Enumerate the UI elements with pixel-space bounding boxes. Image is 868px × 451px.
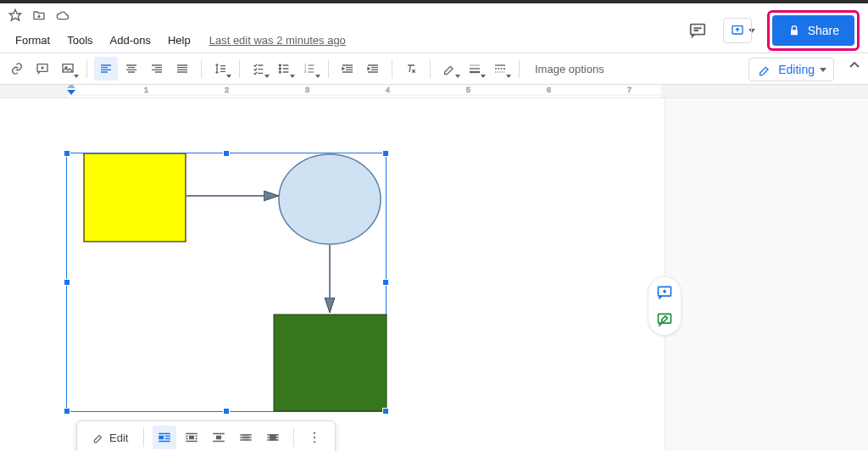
toolbar-separator [293, 428, 294, 447]
toolbar-separator [430, 59, 431, 78]
edit-label: Edit [109, 432, 128, 444]
resize-handle-br[interactable] [382, 408, 389, 415]
yellow-rect [84, 153, 186, 242]
align-justify-button[interactable] [170, 57, 194, 81]
align-left-button[interactable] [94, 57, 118, 81]
svg-text:4: 4 [386, 86, 390, 94]
last-edit-link[interactable]: Last edit was 2 minutes ago [209, 34, 346, 47]
svg-rect-3 [791, 30, 798, 35]
svg-text:3: 3 [305, 86, 309, 94]
increase-indent-button[interactable] [361, 57, 385, 81]
border-weight-button[interactable] [463, 57, 487, 81]
break-text-layout-button[interactable] [207, 426, 231, 449]
svg-rect-21 [0, 85, 68, 98]
comments-history-icon[interactable] [682, 15, 713, 46]
top-right-actions: Share [682, 10, 860, 51]
image-floating-toolbar: Edit [76, 420, 336, 451]
toolbar-separator [201, 59, 202, 78]
menu-format[interactable]: Format [7, 31, 58, 50]
checklist-button[interactable] [247, 57, 270, 81]
star-icon[interactable] [8, 8, 22, 22]
editing-label: Editing [778, 63, 815, 76]
pencil-icon [758, 63, 771, 76]
horizontal-ruler[interactable]: 1234567 [0, 85, 868, 98]
editing-mode-button[interactable]: Editing [748, 58, 834, 81]
move-to-folder-icon[interactable] [32, 8, 46, 22]
collapse-toolbar-icon[interactable] [849, 62, 860, 69]
resize-handle-mr[interactable] [382, 279, 389, 286]
resize-handle-tm[interactable] [223, 150, 230, 157]
toolbar-separator [519, 59, 520, 78]
svg-point-8 [279, 68, 281, 70]
behind-text-layout-button[interactable] [234, 426, 258, 449]
right-margin-area [665, 98, 868, 451]
svg-marker-23 [67, 85, 75, 88]
add-comment-icon[interactable] [656, 284, 673, 301]
insert-image-button[interactable] [56, 57, 80, 81]
toolbar-separator [86, 59, 87, 78]
share-highlight: Share [767, 10, 860, 51]
blue-circle [279, 154, 381, 244]
resize-handle-tl[interactable] [64, 150, 70, 157]
align-center-button[interactable] [120, 57, 143, 81]
border-color-button[interactable] [437, 57, 461, 81]
inline-layout-button[interactable] [153, 426, 176, 449]
menu-tools[interactable]: Tools [58, 31, 101, 50]
lock-icon [787, 24, 801, 37]
add-comment-button[interactable] [31, 57, 54, 81]
share-label: Share [808, 24, 839, 37]
svg-rect-27 [159, 436, 164, 440]
border-dash-button[interactable] [488, 57, 512, 81]
svg-text:2: 2 [225, 86, 229, 94]
svg-point-9 [279, 71, 281, 73]
more-image-options-button[interactable] [303, 426, 326, 449]
wrap-text-layout-button[interactable] [180, 426, 203, 449]
edit-drawing-button[interactable]: Edit [86, 428, 135, 448]
drawing-selection[interactable] [66, 153, 387, 412]
svg-rect-28 [189, 436, 194, 440]
drawing-canvas [67, 153, 387, 413]
image-options-button[interactable]: Image options [526, 63, 613, 75]
resize-handle-bl[interactable] [64, 408, 70, 415]
svg-rect-1 [690, 25, 704, 35]
svg-text:6: 6 [547, 86, 551, 94]
share-button[interactable]: Share [772, 15, 854, 46]
svg-text:7: 7 [627, 86, 632, 94]
toolbar-separator [239, 59, 240, 78]
green-rect [274, 315, 387, 411]
svg-point-33 [314, 437, 315, 438]
svg-marker-0 [9, 9, 20, 20]
align-right-button[interactable] [145, 57, 169, 81]
svg-rect-22 [661, 85, 868, 98]
svg-point-7 [279, 64, 281, 66]
pencil-icon [92, 432, 104, 443]
svg-point-34 [314, 441, 315, 443]
clear-formatting-button[interactable] [399, 57, 423, 81]
resize-handle-ml[interactable] [64, 279, 70, 286]
menu-help[interactable]: Help [159, 31, 199, 50]
toolbar-separator [328, 59, 329, 78]
resize-handle-bm[interactable] [223, 408, 230, 415]
svg-text:1: 1 [144, 86, 148, 94]
numbered-list-button[interactable]: 123 [298, 57, 321, 81]
svg-rect-31 [270, 434, 277, 441]
in-front-text-layout-button[interactable] [261, 426, 285, 449]
toolbar: 123 Image options Editing [0, 53, 868, 85]
svg-marker-24 [67, 90, 75, 95]
floating-comment-actions [648, 276, 682, 336]
menu-addons[interactable]: Add-ons [102, 31, 159, 50]
resize-handle-tr[interactable] [382, 150, 389, 157]
bulleted-list-button[interactable] [272, 57, 296, 81]
svg-text:3: 3 [304, 70, 307, 74]
cloud-status-icon[interactable] [56, 8, 70, 22]
toolbar-separator [143, 428, 144, 447]
svg-rect-29 [216, 436, 221, 440]
insert-link-button[interactable] [5, 57, 29, 81]
svg-point-32 [314, 432, 315, 434]
document-canvas[interactable]: Edit [0, 98, 868, 451]
present-button[interactable] [723, 18, 752, 43]
toolbar-separator [392, 59, 392, 78]
decrease-indent-button[interactable] [336, 57, 359, 81]
suggest-edits-icon[interactable] [656, 311, 673, 328]
line-spacing-button[interactable] [209, 57, 232, 81]
